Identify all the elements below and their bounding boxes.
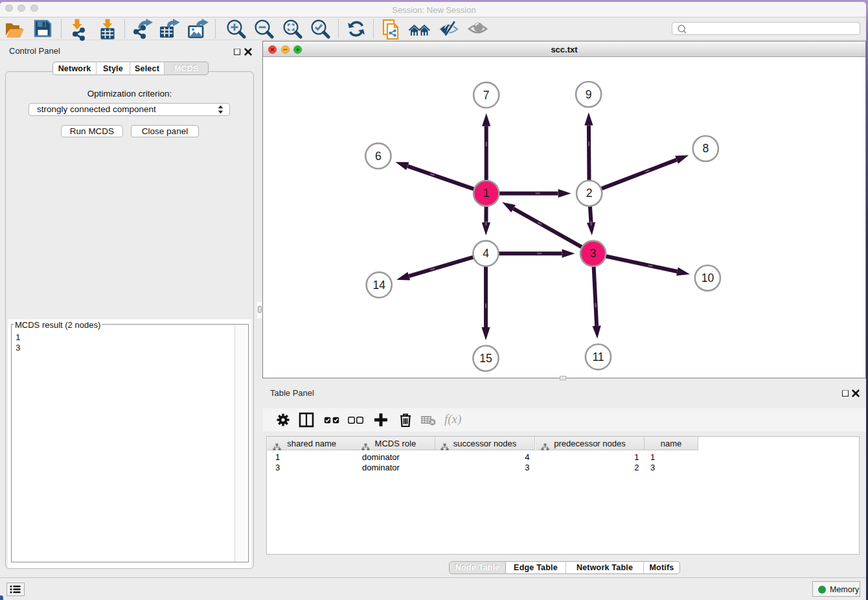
svg-text:7: 7 [483,89,490,102]
svg-text:4: 4 [483,247,489,260]
svg-text:9: 9 [586,88,592,101]
svg-text:11: 11 [592,351,604,363]
svg-text:1: 1 [483,187,490,200]
svg-text:6: 6 [375,150,382,163]
svg-text:14: 14 [372,279,385,292]
svg-text:15: 15 [479,352,492,365]
svg-text:3: 3 [590,247,597,260]
svg-text:8: 8 [702,142,709,155]
svg-text:10: 10 [702,271,714,284]
svg-text:2: 2 [586,187,593,200]
